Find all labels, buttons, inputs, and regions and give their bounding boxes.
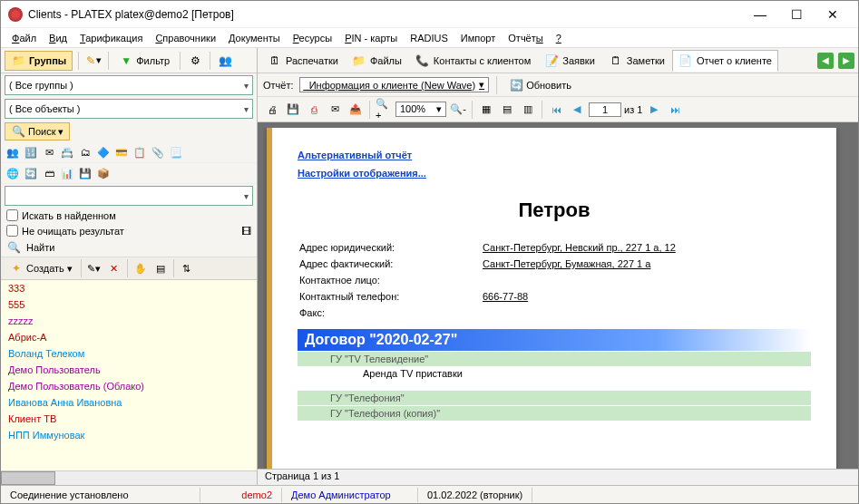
page-total: из 1 — [624, 104, 642, 115]
menu-docs[interactable]: Документы — [223, 31, 286, 45]
pdf-button[interactable]: ⎙ — [305, 101, 323, 119]
list-item[interactable]: Демо Пользователь — [1, 362, 257, 378]
sort-item[interactable]: ⇅ — [178, 259, 196, 277]
tool-btn[interactable]: 📃 — [168, 144, 184, 160]
list-item[interactable]: 555 — [1, 296, 257, 313]
list-item-btn[interactable]: ▤ — [151, 259, 170, 277]
addr-fact-value: Санкт-Петербург, Бумажная, 227 1 а — [483, 257, 685, 271]
menu-reports[interactable]: Отчёты — [503, 31, 548, 45]
tab-requests[interactable]: 📝Заявки — [538, 50, 601, 72]
close-button[interactable]: ✕ — [815, 2, 851, 27]
chk-search-inside[interactable] — [6, 209, 18, 221]
tool-btn[interactable]: 🌐 — [5, 165, 21, 181]
contact-label: Контактное лицо: — [299, 273, 481, 287]
layout-2[interactable]: ▤ — [498, 101, 516, 119]
service-row: ГУ "Телефония (копия)" — [298, 405, 811, 421]
tab-files[interactable]: 📁Файлы — [346, 50, 408, 72]
nav-prev[interactable]: ◀ — [568, 101, 586, 119]
tool-btn[interactable]: 💳 — [113, 144, 130, 160]
groups-button[interactable]: 📁 Группы — [5, 51, 73, 71]
video-icon[interactable]: 🎞 — [241, 226, 251, 237]
page-input[interactable]: 1 — [589, 102, 621, 117]
separator — [496, 76, 497, 94]
nav-last[interactable]: ⏭ — [666, 101, 684, 119]
tool-btn[interactable]: 🗂 — [77, 144, 93, 160]
menu-view[interactable]: Вид — [44, 31, 73, 45]
client-list[interactable]: 333 555 zzzzz Абрис-А Воланд Телеком Дем… — [1, 280, 257, 470]
settings-link[interactable]: Настройки отображения... — [298, 168, 426, 179]
tool-btn[interactable]: 🗃 — [41, 165, 57, 181]
list-item[interactable]: Иванова Анна Ивановна — [1, 394, 257, 411]
list-item[interactable]: Демо Пользователь (Облако) — [1, 378, 257, 394]
zoom-value[interactable]: 100%▾ — [395, 102, 446, 117]
tool-btn[interactable]: 📦 — [95, 165, 112, 181]
search-input[interactable]: ▾ — [5, 186, 253, 206]
viewer-toolbar: 🖨 💾 ⎙ ✉ 📤 🔍+ 100%▾ 🔍- ▦ ▤ ▥ ⏮ ◀ 1 из 1 ▶… — [258, 97, 858, 122]
tool-btn[interactable]: 📋 — [132, 144, 148, 160]
tab-label: Отчет о клиенте — [697, 55, 772, 66]
tool-btn[interactable]: 📇 — [59, 144, 75, 160]
menu-res[interactable]: Ресурсы — [288, 31, 337, 45]
menu-ref[interactable]: Справочники — [150, 31, 221, 45]
delete-item[interactable]: ✕ — [105, 259, 123, 277]
menu-file[interactable]: Файл — [6, 31, 42, 45]
hand-item[interactable]: ✋ — [132, 259, 150, 277]
config-button[interactable]: ⚙ — [186, 52, 204, 70]
export-button[interactable]: 📤 — [347, 101, 365, 119]
edit-button[interactable]: ✎▾ — [84, 52, 102, 70]
tab-notes[interactable]: 🗒Заметки — [602, 50, 671, 72]
hscrollbar[interactable] — [1, 470, 257, 485]
persons-button[interactable]: 👥 — [216, 52, 234, 70]
tool-btn[interactable]: 🔄 — [23, 165, 39, 181]
alt-report-link[interactable]: Альтернативный отчёт — [298, 150, 412, 160]
groups-combo[interactable]: ( Все группы ) ▾ — [5, 75, 253, 95]
tab-report[interactable]: 📄Отчет о клиенте — [672, 50, 778, 72]
tool-btn[interactable]: 💾 — [77, 165, 93, 181]
chevron-down-icon: ▾ — [244, 81, 249, 91]
print-button[interactable]: 🖨 — [263, 101, 281, 119]
separator — [472, 101, 473, 119]
list-item[interactable]: НПП Иммуновак — [1, 427, 257, 443]
list-item[interactable]: Клиент ТВ — [1, 411, 257, 427]
tool-btn[interactable]: 📎 — [150, 144, 166, 160]
maximize-button[interactable]: ☐ — [778, 2, 815, 27]
list-item[interactable]: 333 — [1, 280, 257, 296]
filter-button[interactable]: ▼ Фильтр — [114, 52, 174, 70]
tool-btn[interactable]: 🔢 — [23, 144, 39, 160]
list-item[interactable]: Воланд Телеком — [1, 345, 257, 362]
zoom-out[interactable]: 🔍- — [449, 101, 467, 119]
tool-btn[interactable]: 👥 — [5, 144, 21, 160]
phone-label: Контактный телефон: — [299, 289, 481, 304]
zoom-in[interactable]: 🔍+ — [375, 101, 393, 119]
menu-radius[interactable]: RADIUS — [405, 31, 454, 45]
nav-next[interactable]: ▶ — [645, 101, 663, 119]
find-button[interactable]: Найти — [26, 242, 54, 253]
menu-tarif[interactable]: Тарификация — [74, 31, 148, 45]
search-button[interactable]: 🔍 Поиск ▾ — [5, 122, 70, 141]
list-item[interactable]: Абрис-А — [1, 329, 257, 345]
tab-contacts[interactable]: 📞Контакты с клиентом — [409, 50, 537, 72]
refresh-icon: 🔄 — [509, 78, 523, 92]
tool-btn[interactable]: ✉ — [41, 144, 57, 160]
menu-pin[interactable]: PIN - карты — [339, 31, 403, 45]
menu-help[interactable]: ? — [551, 31, 567, 45]
tab-prev[interactable]: ◀ — [817, 53, 834, 69]
minimize-button[interactable]: — — [742, 2, 778, 27]
edit-item[interactable]: ✎▾ — [85, 259, 103, 277]
refresh-button[interactable]: 🔄 Обновить — [504, 76, 576, 94]
nav-first[interactable]: ⏮ — [547, 101, 565, 119]
layout-3[interactable]: ▥ — [519, 101, 537, 119]
report-select[interactable]: _Информация о клиенте (New Wave) ▾ — [299, 77, 490, 92]
tab-next[interactable]: ▶ — [838, 53, 854, 69]
create-button[interactable]: ✦ Создать▾ — [5, 259, 77, 277]
mail-button[interactable]: ✉ — [326, 101, 344, 119]
tab-prints[interactable]: 🗓Распечатки — [261, 50, 345, 72]
save-button[interactable]: 💾 — [284, 101, 302, 119]
layout-1[interactable]: ▦ — [477, 101, 495, 119]
list-item[interactable]: zzzzz — [1, 313, 257, 329]
chk-no-clear[interactable] — [6, 225, 18, 237]
menu-import[interactable]: Импорт — [455, 31, 501, 45]
tool-btn[interactable]: 🔷 — [95, 144, 112, 160]
objects-combo[interactable]: ( Все объекты ) ▾ — [5, 99, 253, 119]
tool-btn[interactable]: 📊 — [59, 165, 75, 181]
